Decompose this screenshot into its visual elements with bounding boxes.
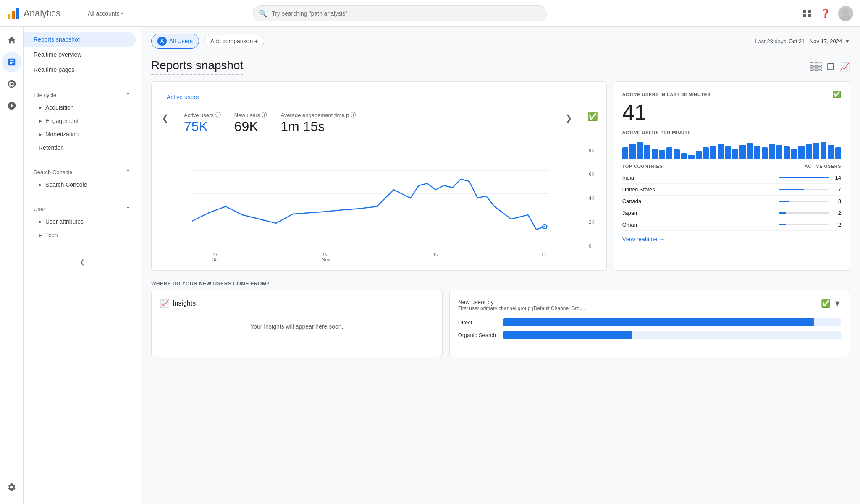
sidebar-item-search-console[interactable]: ► Search Console <box>24 178 136 191</box>
apps-grid-icon[interactable] <box>801 8 813 19</box>
all-accounts-selector[interactable]: All accounts ▾ <box>88 10 123 17</box>
sidebar-section-lifecycle[interactable]: Life cycle ⌃ <box>24 84 141 101</box>
country-name: Japan <box>622 210 779 216</box>
mini-bar-item <box>652 149 658 159</box>
sidebar-item-realtime-pages[interactable]: Realtime pages <box>24 62 136 77</box>
view-realtime-link[interactable]: View realtime → <box>622 236 841 243</box>
y-label-2k: 2K <box>589 219 594 225</box>
metric-engagement-value: 1m 15s <box>281 119 356 134</box>
country-row: Canada 3 <box>622 196 841 207</box>
explore-icon[interactable] <box>2 74 22 94</box>
sidebar-item-user-attributes[interactable]: ► User attributes <box>24 215 136 228</box>
user-chevron-icon: ⌃ <box>125 205 131 213</box>
mini-bar-item <box>784 146 789 159</box>
customize-icon[interactable]: ▒▒ <box>810 62 822 72</box>
page-title-row: Reports snapshot ▒▒ ❐ 📈 <box>141 55 860 81</box>
help-icon[interactable]: ❓ <box>820 8 831 19</box>
collapse-sidebar-button[interactable]: ❮ <box>24 255 141 269</box>
channel-bar-track <box>503 318 841 326</box>
new-users-dropdown-icon[interactable]: ▼ <box>834 299 841 308</box>
settings-icon[interactable] <box>2 477 22 497</box>
mini-bar-item <box>776 145 782 159</box>
tech-label: Tech <box>45 232 58 238</box>
mini-bar-item <box>769 144 775 159</box>
date-filter[interactable]: Last 28 days Oct 21 - Nov 17, 2024 ▼ <box>755 38 850 44</box>
sidebar-section-user[interactable]: User ⌃ <box>24 198 141 215</box>
all-users-chip[interactable]: A All Users <box>151 34 199 49</box>
metric-active-info-icon[interactable]: ⓘ <box>215 111 221 119</box>
page-title: Reports snapshot <box>151 59 243 75</box>
sidebar-item-reports-snapshot[interactable]: Reports snapshot <box>24 32 136 47</box>
sidebar-section-search-console[interactable]: Search Console ⌃ <box>24 162 141 178</box>
add-comparison-chip[interactable]: Add comparison + <box>204 35 264 47</box>
acquisition-label: Acquisition <box>45 104 74 111</box>
advertising-icon[interactable] <box>2 96 22 116</box>
main-content: A All Users Add comparison + Last 28 day… <box>141 27 860 504</box>
metrics-prev-arrow[interactable]: ❮ <box>160 111 170 125</box>
new-users-title: New users by <box>458 299 587 306</box>
lifecycle-chevron-icon: ⌃ <box>125 91 131 99</box>
channel-label: Direct <box>458 319 500 326</box>
channel-bar-track <box>503 331 841 339</box>
mini-bar-item <box>732 149 738 159</box>
sidebar-item-monetization[interactable]: ► Monetization <box>24 128 136 141</box>
mini-bar-item <box>696 151 702 159</box>
channel-bar-fill <box>503 318 814 326</box>
active-users-label: Active Users <box>805 164 841 169</box>
tech-expand-icon: ► <box>39 233 43 238</box>
country-bar-track <box>779 177 829 178</box>
top-countries-header: Top Countries Active Users <box>622 164 841 169</box>
mini-bar-item <box>703 147 709 159</box>
svg-rect-5 <box>803 14 806 17</box>
sidebar-item-realtime-overview[interactable]: Realtime overview <box>24 47 136 62</box>
country-row: Oman 2 <box>622 219 841 231</box>
share-icon[interactable]: ❐ <box>827 62 834 72</box>
insights-icon[interactable]: 📈 <box>839 62 850 72</box>
metrics-next-arrow[interactable]: ❯ <box>564 111 574 125</box>
mini-bar-item <box>806 144 812 159</box>
mini-bar-item <box>798 146 804 159</box>
realtime-count: 41 <box>622 102 841 123</box>
x-label-17: 17 <box>541 252 546 262</box>
collapse-icon: ❮ <box>80 259 85 265</box>
filter-bar: A All Users Add comparison + Last 28 day… <box>141 27 860 55</box>
country-value: 7 <box>833 186 841 193</box>
country-bar-track <box>779 201 829 202</box>
sidebar-item-acquisition[interactable]: ► Acquisition <box>24 101 136 114</box>
title-actions: ▒▒ ❐ 📈 <box>810 62 850 72</box>
svg-rect-0 <box>8 14 10 19</box>
channel-bar-fill <box>503 331 632 339</box>
metrics-check-icon[interactable]: ✅ <box>587 111 598 121</box>
mini-bar-item <box>718 144 724 159</box>
realtime-check-icon[interactable]: ✅ <box>833 90 842 98</box>
new-users-card: New users by First user primary channel … <box>449 290 850 357</box>
sidebar-item-tech[interactable]: ► Tech <box>24 228 136 242</box>
analytics-logo-icon <box>7 7 20 20</box>
new-users-check-icon[interactable]: ✅ <box>821 299 830 308</box>
y-label-8k: 8K <box>589 148 594 153</box>
stats-tab-label: Active users <box>167 94 199 100</box>
all-users-chip-label: All Users <box>169 38 193 44</box>
svg-point-8 <box>840 15 851 21</box>
mini-bar-item <box>725 146 731 159</box>
reports-icon[interactable] <box>2 52 22 72</box>
sidebar-item-engagement[interactable]: ► Engagement <box>24 114 136 128</box>
mini-bar-item <box>644 145 650 159</box>
channel-bars: Direct Organic Search <box>458 318 841 339</box>
search-console-chevron-icon: ⌃ <box>125 168 131 176</box>
lifecycle-label: Life cycle <box>34 92 56 98</box>
sidebar-item-retention[interactable]: Retention <box>24 141 136 154</box>
search-console-section-label: Search Console <box>34 169 73 175</box>
metric-new-info-icon[interactable]: ⓘ <box>262 111 267 119</box>
main-layout: Reports snapshot Realtime overview Realt… <box>0 27 860 504</box>
user-avatar[interactable] <box>838 6 853 21</box>
country-row: Japan 2 <box>622 207 841 219</box>
retention-label: Retention <box>39 144 64 151</box>
home-icon[interactable] <box>2 30 22 50</box>
metric-engagement-info-icon[interactable]: ⓘ <box>351 111 356 119</box>
stats-tab-active-users[interactable]: Active users <box>160 90 205 104</box>
country-value: 2 <box>833 210 841 216</box>
stats-tabs: Active users <box>160 90 598 104</box>
search-input[interactable] <box>253 5 547 21</box>
logo-area: Analytics <box>7 7 74 20</box>
